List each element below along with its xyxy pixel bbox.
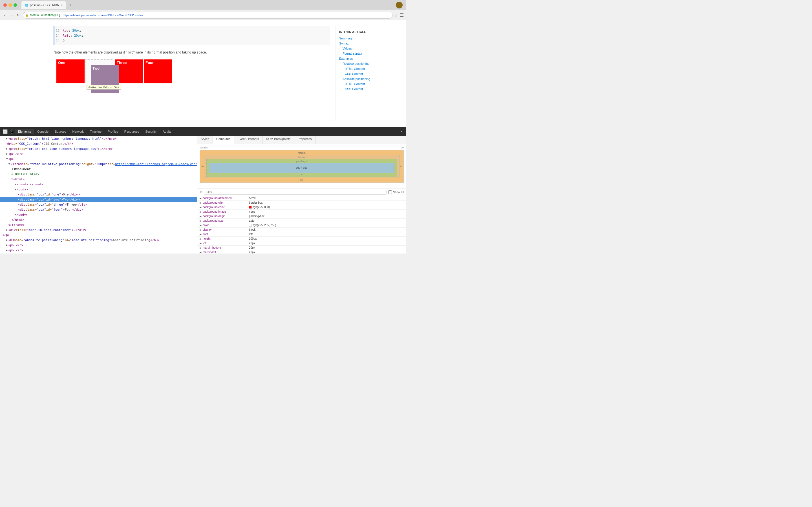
computed-tab[interactable]: Computed bbox=[213, 136, 234, 144]
bookmark-button[interactable]: ☆ bbox=[395, 13, 398, 17]
close-button[interactable] bbox=[3, 3, 7, 7]
expand-prop-arrow[interactable]: ▶ bbox=[200, 233, 202, 236]
dom-line[interactable]: </html> bbox=[0, 217, 197, 222]
expand-prop-arrow[interactable]: ▶ bbox=[200, 251, 202, 254]
expand-prop-arrow[interactable]: ▶ bbox=[200, 246, 202, 249]
dom-line[interactable]: ▶ <p> … </p> bbox=[0, 242, 197, 247]
expand-icon[interactable]: ▶ bbox=[6, 137, 8, 140]
expand-prop-arrow[interactable]: ▶ bbox=[200, 224, 202, 227]
expand-icon[interactable]: ▶ bbox=[6, 238, 8, 241]
toc-item-html-content-1[interactable]: HTML Content bbox=[345, 67, 394, 71]
expand-prop-arrow[interactable]: ▶ bbox=[200, 242, 202, 245]
filter-input[interactable] bbox=[204, 190, 387, 194]
toc-item-examples[interactable]: Examples bbox=[339, 57, 394, 61]
toc-item-formal-syntax[interactable]: Formal syntax bbox=[343, 52, 394, 55]
dom-line[interactable]: ▼ <body> bbox=[0, 187, 197, 192]
expand-prop-arrow[interactable]: ▶ bbox=[200, 219, 202, 222]
dom-line[interactable]: <!DOCTYPE html> bbox=[0, 172, 197, 177]
expand-icon[interactable]: ▼ bbox=[8, 163, 10, 165]
expand-prop-arrow[interactable]: ▶ bbox=[200, 215, 202, 218]
dom-line[interactable]: <div class="box" id="three" > Three </di… bbox=[0, 202, 197, 207]
dom-line[interactable]: ▶ <p> … </p> bbox=[0, 247, 197, 252]
dom-line[interactable]: ▼ <p> bbox=[0, 156, 197, 161]
mobile-icon[interactable]: 📱 bbox=[9, 129, 15, 134]
tab-profiles[interactable]: Profiles bbox=[105, 129, 121, 134]
dom-line[interactable]: ▶ <head> … </head> bbox=[0, 182, 197, 187]
dom-line[interactable]: ▶ <p> … </p> bbox=[0, 151, 197, 156]
expand-icon[interactable]: ▶ bbox=[6, 152, 8, 155]
dom-line[interactable]: </iframe> bbox=[0, 222, 197, 227]
toc-item-syntax[interactable]: Syntax bbox=[339, 41, 394, 45]
dom-line[interactable]: ▼ #document bbox=[0, 166, 197, 172]
dom-line[interactable]: ▼ <html> bbox=[0, 177, 197, 182]
expand-prop-arrow[interactable]: ▶ bbox=[200, 210, 202, 213]
forward-button[interactable]: › bbox=[9, 12, 13, 18]
toc-link-examples[interactable]: Examples bbox=[339, 57, 353, 60]
expand-icon[interactable]: ▼ bbox=[15, 188, 16, 191]
expand-prop-arrow[interactable]: ▶ bbox=[200, 206, 202, 209]
toc-link-values[interactable]: Values bbox=[343, 47, 352, 50]
computed-prop-margin-bottom[interactable]: ▶ margin-bottom 20px bbox=[197, 245, 406, 250]
computed-prop-background-size[interactable]: ▶ background-size auto bbox=[197, 219, 406, 223]
show-all-label[interactable]: Show all bbox=[388, 190, 404, 194]
dom-line[interactable]: ▶ <pre class="brush: css line-numbers la… bbox=[0, 146, 197, 151]
expand-icon[interactable]: ▼ bbox=[12, 168, 13, 170]
address-bar[interactable]: 🔒 Mozilla Foundation [US] https://develo… bbox=[23, 12, 393, 18]
toc-item-relative-positioning[interactable]: Relative positioning bbox=[343, 62, 394, 66]
computed-prop-color[interactable]: ▶ color rgb(255, 255, 255) bbox=[197, 223, 406, 228]
toc-item-values[interactable]: Values bbox=[343, 47, 394, 50]
toc-item-summary[interactable]: Summary bbox=[339, 36, 394, 40]
dom-line[interactable]: </p> bbox=[0, 232, 197, 237]
dom-line[interactable]: <div class="box" id="four" > Four </div> bbox=[0, 207, 197, 212]
toc-link-relative-positioning[interactable]: Relative positioning bbox=[343, 62, 369, 65]
new-tab-button[interactable]: + bbox=[68, 3, 73, 8]
dom-line-selected[interactable]: <div class="box" id="two" > Two </div> bbox=[0, 197, 197, 202]
expand-icon[interactable]: ▶ bbox=[6, 244, 8, 246]
tab-sources[interactable]: Sources bbox=[52, 129, 69, 134]
toc-link-html-2[interactable]: HTML Content bbox=[345, 82, 365, 86]
dom-line[interactable]: ▶ <pre class="brush: html line-numbers l… bbox=[0, 136, 197, 141]
back-button[interactable]: ‹ bbox=[2, 12, 7, 18]
computed-prop-background-image[interactable]: ▶ background-image none bbox=[197, 210, 406, 214]
expand-icon[interactable]: ▼ bbox=[6, 158, 8, 160]
computed-prop-background-color[interactable]: ▶ background-color rgb(255, 0, 0) bbox=[197, 205, 406, 210]
dom-line[interactable]: ▼ <iframe id="frame_Relative_positioning… bbox=[0, 161, 197, 166]
show-all-checkbox[interactable] bbox=[388, 190, 392, 194]
tab-timeline[interactable]: Timeline bbox=[87, 129, 104, 134]
tab-audits[interactable]: Audits bbox=[160, 129, 174, 134]
browser-tab[interactable]: 🌐 position - CSS | MDN × bbox=[21, 1, 66, 9]
toc-item-css-content-1[interactable]: CSS Content bbox=[345, 72, 394, 76]
computed-prop-margin-left[interactable]: ▶ margin-left 20px bbox=[197, 250, 406, 253]
dom-breakpoints-tab[interactable]: DOM Breakpoints bbox=[263, 136, 294, 144]
dom-line[interactable]: <h4 id="HTML_Content_2" > HTML Content <… bbox=[0, 252, 197, 253]
computed-prop-height[interactable]: ▶ height 100px bbox=[197, 237, 406, 241]
tab-close-button[interactable]: × bbox=[61, 4, 63, 7]
expand-icon[interactable]: ▶ bbox=[6, 147, 8, 150]
tab-resources[interactable]: Resources bbox=[121, 129, 142, 134]
computed-prop-background-origin[interactable]: ▶ background-origin padding-box bbox=[197, 214, 406, 219]
dom-line[interactable]: ▶ <div class="open-in-host-container" > … bbox=[0, 227, 197, 232]
computed-prop-float[interactable]: ▶ float left bbox=[197, 232, 406, 237]
expand-icon[interactable]: ▶ bbox=[6, 249, 8, 251]
properties-tab[interactable]: Properties bbox=[294, 136, 315, 144]
expand-prop-arrow[interactable]: ▶ bbox=[200, 202, 202, 204]
computed-prop-display[interactable]: ▶ display block bbox=[197, 228, 406, 232]
expand-prop-arrow[interactable]: ▶ bbox=[200, 237, 202, 240]
toc-link-html-1[interactable]: HTML Content bbox=[345, 67, 365, 70]
reload-button[interactable]: ↻ bbox=[15, 13, 21, 18]
dom-line[interactable]: ▶ <h3 name="Absolute_positioning" id="Ab… bbox=[0, 237, 197, 242]
computed-prop-background-attachment[interactable]: ▶ background-attachment scroll bbox=[197, 196, 406, 201]
dom-line[interactable]: </body> bbox=[0, 212, 197, 217]
toc-link-syntax[interactable]: Syntax bbox=[339, 42, 349, 45]
dom-line[interactable]: <h4 id="CSS_Content" > CSS Content </h4> bbox=[0, 141, 197, 146]
expand-icon[interactable]: ▼ bbox=[11, 178, 13, 180]
expand-prop-arrow[interactable]: ▶ bbox=[200, 197, 202, 200]
computed-prop-background-clip[interactable]: ▶ background-clip border-box bbox=[197, 201, 406, 205]
computed-prop-left[interactable]: ▶ left 20px bbox=[197, 241, 406, 245]
tab-network[interactable]: Network bbox=[70, 129, 87, 134]
inspect-icon[interactable]: ⬜ bbox=[2, 129, 8, 134]
toc-link-css-2[interactable]: CSS Content bbox=[345, 87, 363, 91]
menu-button[interactable]: ☰ bbox=[400, 12, 404, 18]
event-listeners-tab[interactable]: Event Listeners bbox=[234, 136, 263, 144]
toc-item-html-content-2[interactable]: HTML Content bbox=[345, 82, 394, 86]
